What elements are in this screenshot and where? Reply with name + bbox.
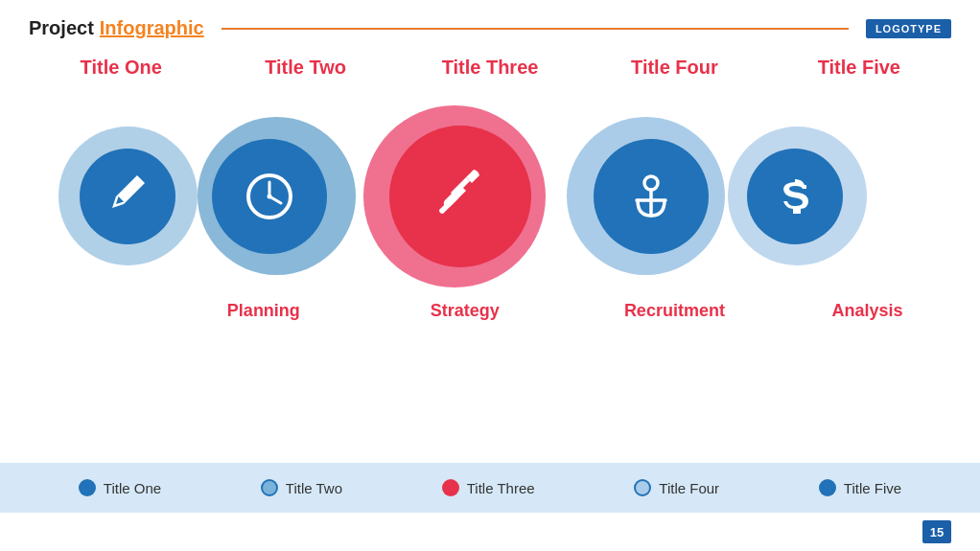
circles-area <box>0 96 980 297</box>
legend-item-three: Title Three <box>442 479 535 496</box>
anchor-icon <box>624 170 678 223</box>
title-four: Title Four <box>582 57 766 79</box>
brand: Project Infographic <box>29 17 204 39</box>
legend-dot-five <box>819 479 836 496</box>
icon-circle-one <box>80 149 175 244</box>
sublabel-placeholder-1 <box>29 301 163 321</box>
legend-dot-two <box>261 479 278 496</box>
header-divider <box>222 28 849 30</box>
legend-item-two: Title Two <box>261 479 342 496</box>
legend-label-two: Title Two <box>286 480 342 496</box>
legend-item-one: Title One <box>79 479 161 496</box>
tools-icon <box>426 162 495 231</box>
sublabel-recruitment: Recruitment <box>566 301 783 321</box>
svg-point-5 <box>644 176 658 190</box>
icon-circle-four <box>594 139 709 254</box>
title-three: Title Three <box>398 57 582 79</box>
sublabel-analysis: Analysis <box>783 301 951 321</box>
brand-project: Project <box>29 17 94 39</box>
legend-dot-four <box>634 479 651 496</box>
sublabel-planning: Planning <box>163 301 364 321</box>
money-icon <box>774 175 816 218</box>
icon-circle-five <box>747 149 843 244</box>
legend-label-three: Title Three <box>467 480 535 496</box>
title-two: Title Two <box>213 57 397 79</box>
svg-point-4 <box>268 195 272 199</box>
legend-label-five: Title Five <box>844 480 901 496</box>
title-five: Title Five <box>767 57 951 79</box>
icon-circle-two <box>212 139 327 254</box>
circles-container <box>58 96 922 297</box>
legend-item-four: Title Four <box>634 479 719 496</box>
pencil-icon <box>106 175 149 218</box>
legend-dot-three <box>442 479 459 496</box>
page-number: 15 <box>922 520 951 543</box>
titles-row: Title One Title Two Title Three Title Fo… <box>0 51 980 79</box>
brand-infographic: Infographic <box>100 17 204 39</box>
header: Project Infographic LOGOTYPE <box>0 0 980 49</box>
legend-item-five: Title Five <box>819 479 901 496</box>
clock-icon <box>243 170 296 223</box>
logotype: LOGOTYPE <box>866 19 951 38</box>
legend-label-four: Title Four <box>659 480 719 496</box>
title-one: Title One <box>29 57 213 79</box>
icon-circle-three <box>389 126 531 267</box>
sublabels-row: Planning Strategy Recruitment Analysis <box>0 301 980 321</box>
sublabel-strategy: Strategy <box>364 301 566 321</box>
legend-bar: Title One Title Two Title Three Title Fo… <box>0 463 980 513</box>
legend-dot-one <box>79 479 96 496</box>
legend-label-one: Title One <box>104 480 161 496</box>
